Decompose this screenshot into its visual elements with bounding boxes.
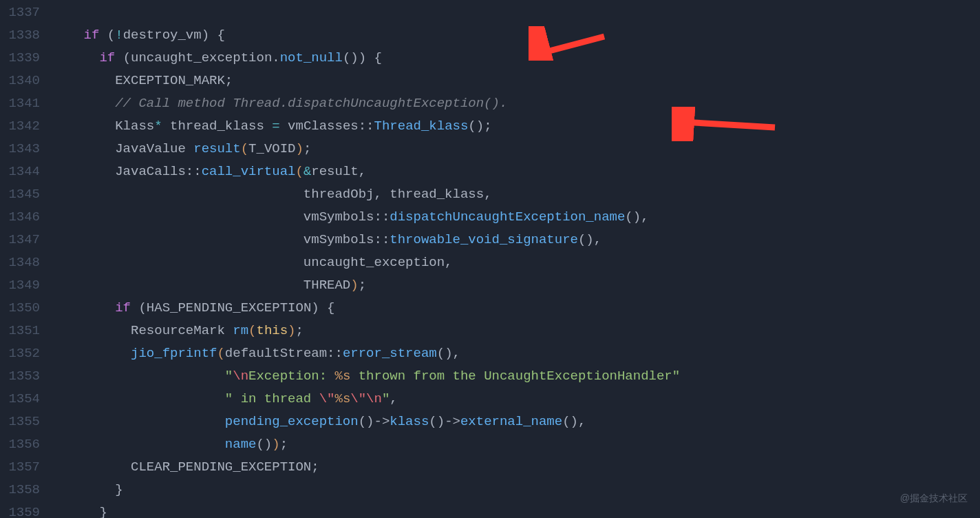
line-number: 1359	[0, 501, 40, 518]
code-line: JavaCalls::call_virtual(&result,	[52, 160, 980, 183]
code-line: threadObj, thread_klass,	[52, 183, 980, 206]
code-line: JavaValue result(T_VOID);	[52, 138, 980, 160]
line-number: 1349	[0, 274, 40, 297]
line-number: 1354	[0, 388, 40, 411]
line-number: 1352	[0, 342, 40, 365]
code-line: }	[52, 479, 980, 501]
line-number: 1355	[0, 411, 40, 433]
line-number: 1357	[0, 456, 40, 479]
line-number: 1340	[0, 70, 40, 92]
line-number: 1339	[0, 47, 40, 70]
code-line: CLEAR_PENDING_EXCEPTION;	[52, 456, 980, 479]
line-number: 1356	[0, 433, 40, 456]
code-line: if (uncaught_exception.not_null()) {	[52, 47, 980, 70]
code-editor: 1337133813391340134113421343134413451346…	[0, 0, 980, 518]
code-line: pending_exception()->klass()->external_n…	[52, 411, 980, 433]
code-line: if (!destroy_vm) {	[52, 24, 980, 47]
line-number: 1337	[0, 1, 40, 24]
code-line: }	[52, 501, 980, 518]
line-number: 1346	[0, 206, 40, 229]
line-number: 1343	[0, 138, 40, 160]
code-line: // Call method Thread.dispatchUncaughtEx…	[52, 92, 980, 115]
line-number: 1358	[0, 479, 40, 501]
code-line: name());	[52, 433, 980, 456]
line-number: 1351	[0, 320, 40, 342]
line-number: 1338	[0, 24, 40, 47]
line-number: 1345	[0, 183, 40, 206]
code-line: vmSymbols::dispatchUncaughtException_nam…	[52, 206, 980, 229]
code-line: ResourceMark rm(this);	[52, 320, 980, 342]
line-number: 1347	[0, 229, 40, 251]
code-line: uncaught_exception,	[52, 251, 980, 274]
code-line: if (HAS_PENDING_EXCEPTION) {	[52, 297, 980, 320]
line-number: 1353	[0, 365, 40, 388]
code-line: vmSymbols::throwable_void_signature(),	[52, 229, 980, 251]
code-line: "\nException: %s thrown from the Uncaugh…	[52, 365, 980, 388]
line-number: 1341	[0, 92, 40, 115]
code-line: THREAD);	[52, 274, 980, 297]
code-line: Klass* thread_klass = vmClasses::Thread_…	[52, 115, 980, 138]
code-line	[52, 1, 980, 24]
code-area[interactable]: if (!destroy_vm) { if (uncaught_exceptio…	[52, 0, 980, 518]
code-line: jio_fprintf(defaultStream::error_stream(…	[52, 342, 980, 365]
line-number-gutter: 1337133813391340134113421343134413451346…	[0, 0, 52, 518]
line-number: 1344	[0, 160, 40, 183]
code-line: " in thread \"%s\"\n",	[52, 388, 980, 411]
line-number: 1350	[0, 297, 40, 320]
line-number: 1348	[0, 251, 40, 274]
code-line: EXCEPTION_MARK;	[52, 70, 980, 92]
line-number: 1342	[0, 115, 40, 138]
watermark-text: @掘金技术社区	[900, 487, 968, 510]
